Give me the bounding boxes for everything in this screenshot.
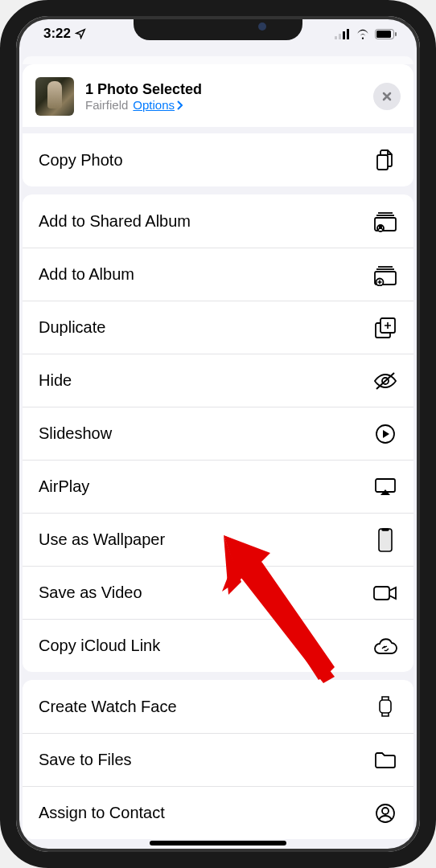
options-link[interactable]: Options [133, 98, 183, 112]
svg-rect-18 [382, 529, 389, 530]
row-label: Slideshow [39, 424, 112, 443]
action-assign-to-contact[interactable]: Assign to Contact [23, 786, 413, 839]
svg-rect-3 [347, 29, 349, 39]
video-icon [373, 585, 397, 601]
action-add-to-shared-album[interactable]: Add to Shared Album [23, 194, 413, 248]
svg-rect-5 [376, 31, 391, 38]
svg-point-22 [382, 808, 389, 814]
svg-rect-1 [339, 34, 341, 39]
battery-icon [375, 29, 397, 39]
contact-icon [373, 803, 397, 824]
home-indicator[interactable] [150, 841, 286, 845]
row-label: Save as Video [39, 583, 142, 602]
svg-rect-17 [379, 529, 392, 551]
svg-rect-6 [395, 32, 397, 36]
action-copy-photo[interactable]: Copy Photo [23, 133, 413, 186]
action-save-to-files[interactable]: Save to Files [23, 733, 413, 786]
watch-icon [373, 695, 397, 718]
action-save-as-video[interactable]: Save as Video [23, 566, 413, 619]
location-arrow-icon [75, 28, 86, 39]
row-label: AirPlay [39, 477, 89, 496]
action-create-watch-face[interactable]: Create Watch Face [23, 680, 413, 733]
airplay-icon [373, 477, 397, 497]
row-label: Add to Album [39, 265, 134, 284]
cellular-icon [335, 29, 351, 39]
close-icon [381, 91, 393, 102]
play-circle-icon [373, 424, 397, 444]
shared-album-icon [373, 210, 397, 232]
row-label: Copy iCloud Link [39, 637, 160, 655]
wifi-icon [356, 28, 370, 39]
photo-thumbnail[interactable] [35, 77, 74, 116]
svg-rect-20 [380, 700, 391, 713]
action-slideshow[interactable]: Slideshow [23, 407, 413, 460]
phone-icon [373, 528, 397, 552]
action-duplicate[interactable]: Duplicate [23, 301, 413, 354]
share-sheet-header: 1 Photo Selected Fairfield Options [23, 64, 413, 127]
row-label: Copy Photo [39, 151, 123, 170]
copy-photo-icon [373, 148, 397, 172]
close-button[interactable] [373, 83, 401, 110]
action-airplay[interactable]: AirPlay [23, 460, 413, 513]
add-album-icon [373, 264, 397, 286]
action-add-to-album[interactable]: Add to Album [23, 248, 413, 301]
chevron-right-icon [176, 100, 183, 110]
row-label: Assign to Contact [39, 804, 165, 822]
action-use-as-wallpaper[interactable]: Use as Wallpaper [23, 513, 413, 566]
row-label: Duplicate [39, 318, 105, 337]
status-time: 3:22 [43, 26, 71, 42]
duplicate-icon [373, 317, 397, 339]
svg-rect-2 [343, 31, 345, 39]
hide-icon [373, 371, 397, 391]
cloud-link-icon [373, 637, 397, 655]
row-label: Add to Shared Album [39, 212, 191, 231]
svg-rect-19 [374, 587, 389, 600]
svg-rect-7 [377, 155, 388, 170]
action-hide[interactable]: Hide [23, 354, 413, 407]
row-label: Hide [39, 371, 72, 390]
row-label: Create Watch Face [39, 698, 177, 716]
location-label: Fairfield [85, 98, 128, 112]
sheet-title: 1 Photo Selected [85, 81, 362, 98]
action-copy-icloud-link[interactable]: Copy iCloud Link [23, 619, 413, 672]
row-label: Save to Files [39, 751, 132, 769]
svg-rect-0 [335, 36, 337, 39]
row-label: Use as Wallpaper [39, 530, 165, 549]
folder-icon [373, 751, 397, 769]
